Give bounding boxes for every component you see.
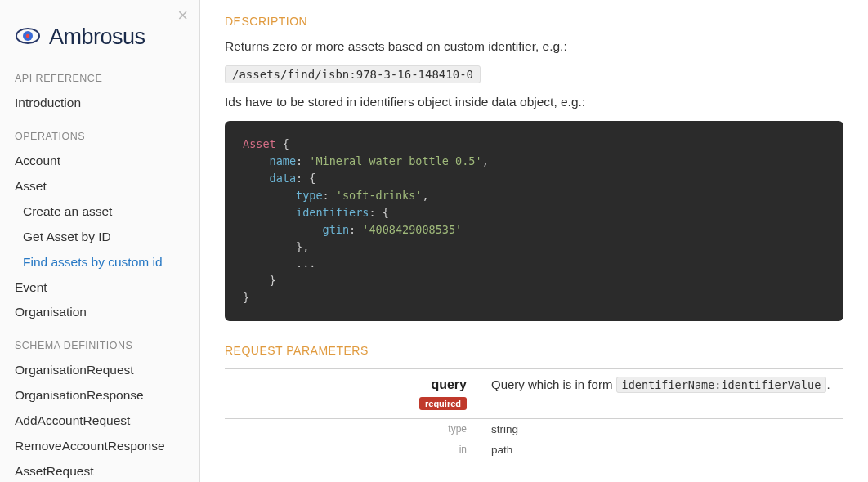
logo[interactable]: Ambrosus <box>15 23 185 51</box>
sidebar-item-organisation[interactable]: Organisation <box>15 300 185 325</box>
example-path-code: /assets/find/isbn:978-3-16-148410-0 <box>225 65 481 83</box>
param-in-label: in <box>225 440 478 460</box>
param-name-query: query <box>225 377 467 392</box>
sidebar-heading-api-ref: API REFERENCE <box>15 73 185 84</box>
request-params-heading: REQUEST PARAMETERS <box>225 344 843 357</box>
param-type-value: string <box>478 419 843 440</box>
sidebar-item-event[interactable]: Event <box>15 275 185 301</box>
sidebar-item-asset-request[interactable]: AssetRequest <box>15 459 185 482</box>
sidebar-heading-operations: OPERATIONS <box>15 131 185 142</box>
sidebar-item-asset[interactable]: Asset <box>15 174 185 199</box>
sidebar-item-organisation-response[interactable]: OrganisationResponse <box>15 383 185 408</box>
description-heading: DESCRIPTION <box>225 15 843 28</box>
sidebar-item-account[interactable]: Account <box>15 149 185 174</box>
param-type-label: type <box>225 419 478 440</box>
close-icon[interactable]: × <box>177 7 188 25</box>
sidebar-item-create-asset[interactable]: Create an asset <box>15 199 185 225</box>
param-in-value: path <box>478 440 843 460</box>
sidebar-heading-schemas: SCHEMA DEFINITIONS <box>15 340 185 351</box>
sidebar-item-introduction[interactable]: Introduction <box>15 91 185 116</box>
sidebar-item-find-assets-by-custom-id[interactable]: Find assets by custom id <box>15 250 185 275</box>
param-row-query: query required Query which is in form id… <box>225 369 843 419</box>
param-type-row: type string <box>225 419 843 440</box>
param-in-row: in path <box>225 440 843 460</box>
main-content: DESCRIPTION Returns zero or more assets … <box>200 0 868 482</box>
sidebar-item-organisation-request[interactable]: OrganisationRequest <box>15 358 185 383</box>
svg-point-2 <box>26 34 29 38</box>
brand-name: Ambrosus <box>49 25 145 50</box>
description-line2: Ids have to be stored in identifiers obj… <box>225 95 843 109</box>
sidebar-item-remove-account-response[interactable]: RemoveAccountResponse <box>15 434 185 459</box>
sidebar-item-add-account-request[interactable]: AddAccountRequest <box>15 408 185 434</box>
param-desc-query: Query which is in form identifierName:id… <box>478 369 843 418</box>
params-table: query required Query which is in form id… <box>225 368 843 460</box>
required-badge: required <box>419 397 467 410</box>
sidebar-item-get-asset-by-id[interactable]: Get Asset by ID <box>15 225 185 250</box>
code-example: Asset { name: 'Mineral water bottle 0.5'… <box>225 121 843 321</box>
eye-logo-icon <box>15 23 41 51</box>
sidebar: × Ambrosus API REFERENCE Introduction OP… <box>0 0 200 482</box>
description-line1: Returns zero or more assets based on cus… <box>225 39 843 54</box>
